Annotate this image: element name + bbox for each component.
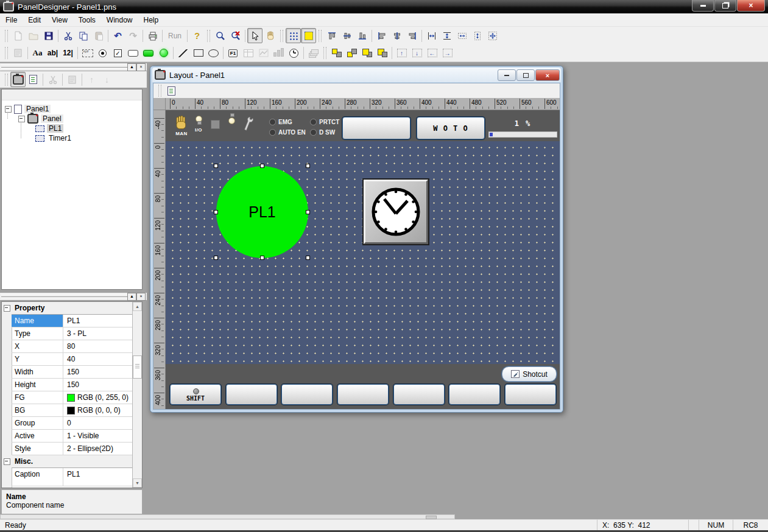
scroll-down-icon[interactable]: ▼ — [133, 478, 142, 488]
toolbar-grip[interactable] — [280, 30, 283, 42]
open-button[interactable] — [26, 28, 41, 43]
send-to-back-button[interactable] — [344, 46, 359, 61]
bring-forward-button[interactable] — [359, 46, 375, 61]
panel-blank-button[interactable] — [342, 117, 410, 139]
tree-node-timer1[interactable]: Timer1 — [35, 133, 73, 143]
menu-window[interactable]: Window — [101, 14, 138, 26]
checkbox-tool-button[interactable]: ✓ — [110, 46, 125, 61]
radio-tool-button[interactable] — [95, 46, 110, 61]
collapse-expander-icon[interactable] — [5, 106, 12, 113]
lamp-tool-button[interactable] — [156, 46, 171, 61]
menu-view[interactable]: View — [46, 14, 73, 26]
undo-button[interactable]: ↶ — [110, 28, 125, 43]
redo-button[interactable]: ↷ — [125, 28, 141, 43]
bg-color-swatch[interactable] — [67, 407, 75, 415]
panel-function-button[interactable] — [505, 384, 556, 405]
collapse-property-icon[interactable] — [4, 305, 10, 312]
menu-help[interactable]: Help — [138, 14, 164, 26]
selection-handle-e[interactable] — [306, 210, 310, 214]
move-right-button[interactable]: → — [440, 46, 455, 61]
panel-function-button[interactable] — [337, 384, 389, 405]
tree-node-label[interactable]: Panel1 — [24, 105, 51, 113]
new-button[interactable] — [10, 28, 26, 43]
run-button[interactable]: Run — [164, 32, 185, 40]
tree-node-label[interactable]: PL1 — [47, 124, 63, 133]
panel-function-button[interactable] — [449, 384, 500, 405]
selection-handle-ne[interactable] — [306, 164, 310, 168]
toolbar-grip[interactable] — [158, 85, 161, 97]
close-button[interactable]: × — [737, 0, 765, 12]
toolbar-grip[interactable] — [5, 74, 8, 86]
same-height-button[interactable] — [439, 28, 454, 43]
pane-close-button[interactable]: × — [136, 293, 146, 301]
pane-close-button[interactable]: × — [136, 63, 146, 71]
menu-edit[interactable]: Edit — [23, 14, 46, 26]
tree-node-panel[interactable]: Panel — [18, 114, 63, 124]
layout-close-button[interactable]: × — [535, 69, 560, 81]
line-tool-button[interactable] — [175, 46, 191, 61]
tree-node-label[interactable]: Panel — [41, 114, 63, 123]
lamp-rect-tool-button[interactable] — [141, 46, 156, 61]
move-up-button[interactable]: ↑ — [394, 46, 409, 61]
bar-graph-tool-button[interactable] — [271, 46, 286, 61]
grid-toggle-button[interactable] — [286, 28, 301, 43]
selection-handle-nw[interactable] — [214, 164, 218, 168]
numeric-tool-button[interactable]: 12| — [60, 46, 76, 61]
tree-node-panel1[interactable]: Panel1 — [5, 104, 51, 114]
selection-handle-w[interactable] — [214, 210, 218, 214]
panel-function-button[interactable] — [393, 384, 445, 405]
restore-button[interactable] — [714, 0, 736, 12]
menu-tools[interactable]: Tools — [73, 14, 101, 26]
copy-button[interactable] — [76, 28, 91, 43]
selection-handle-sw[interactable] — [214, 256, 218, 260]
label-tool-button[interactable]: ab| — [45, 46, 60, 61]
help-button[interactable]: ? — [189, 28, 205, 43]
delete-component-button[interactable] — [45, 72, 60, 87]
align-top-button[interactable] — [324, 28, 339, 43]
menu-file[interactable]: File — [0, 14, 23, 26]
io-indicator[interactable]: I/O — [193, 116, 204, 133]
lamp-pl1[interactable]: PL1 — [216, 166, 308, 258]
cut-button[interactable] — [60, 28, 76, 43]
align-bottom-button[interactable] — [354, 28, 370, 43]
selection-handle-s[interactable] — [260, 256, 264, 260]
toolbar-grip[interactable] — [5, 47, 8, 59]
layout-title-bar[interactable]: Layout - Panel1 × — [152, 68, 561, 82]
tree-node-pl1[interactable]: PL1 — [35, 124, 63, 133]
same-width-button[interactable] — [424, 28, 439, 43]
bring-to-front-button[interactable] — [329, 46, 344, 61]
shotcut-button[interactable]: Shotcut — [502, 366, 557, 382]
size-height-button[interactable] — [470, 28, 485, 43]
timer-tool-button[interactable] — [286, 46, 301, 61]
rectangle-tool-button[interactable] — [191, 46, 206, 61]
layout-minimize-button[interactable] — [498, 69, 516, 81]
collapse-misc-icon[interactable] — [4, 458, 10, 465]
send-backward-button[interactable] — [375, 46, 390, 61]
font-tool-button[interactable]: Aa — [30, 46, 45, 61]
toolbar-grip[interactable] — [207, 30, 210, 42]
square-indicator[interactable] — [211, 120, 220, 129]
page-setup-button[interactable] — [164, 83, 179, 99]
align-center-button[interactable] — [389, 28, 404, 43]
properties-button[interactable] — [10, 46, 26, 61]
man-indicator[interactable]: MAN — [174, 115, 189, 136]
function-key-tool-button[interactable]: F1 — [225, 46, 241, 61]
move-node-up-button[interactable]: ↑ — [84, 72, 99, 87]
print-button[interactable] — [145, 28, 160, 43]
align-middle-button[interactable] — [339, 28, 354, 43]
selection-handle-se[interactable] — [306, 256, 310, 260]
zoom-button[interactable] — [213, 28, 228, 43]
pane-pin-button[interactable]: ▲ — [127, 293, 136, 301]
button-tool-button[interactable] — [125, 46, 141, 61]
save-button[interactable] — [41, 28, 56, 43]
move-left-button[interactable]: ← — [425, 46, 440, 61]
scrollbar-thumb[interactable] — [133, 355, 142, 379]
textbox-tool-button[interactable]: xyz — [80, 46, 95, 61]
dock-gripper[interactable] — [1, 294, 127, 301]
timer1-clock-widget[interactable] — [362, 178, 429, 245]
woto-button[interactable]: W O T O — [417, 117, 485, 139]
fg-color-swatch[interactable] — [67, 394, 75, 402]
document-view-button[interactable] — [26, 72, 41, 87]
panel-function-button[interactable] — [226, 384, 277, 405]
paste-button[interactable] — [91, 28, 106, 43]
